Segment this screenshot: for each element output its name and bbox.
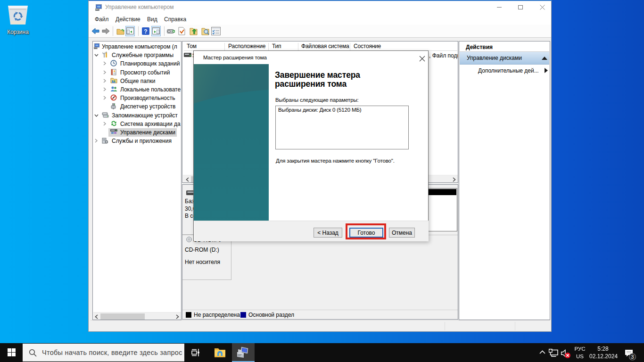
svg-text:?: ? (144, 28, 147, 35)
svg-text:3: 3 (631, 354, 634, 360)
